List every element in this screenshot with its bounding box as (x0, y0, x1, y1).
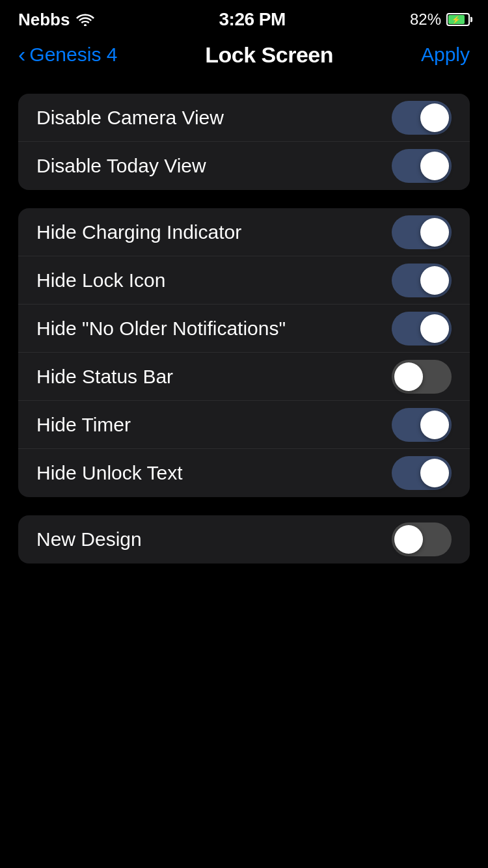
label-disable-camera: Disable Camera View (36, 107, 224, 129)
page-title: Lock Screen (205, 42, 333, 68)
settings-row-disable-camera: Disable Camera View (18, 94, 470, 142)
back-label: Genesis 4 (29, 44, 117, 66)
battery-percentage: 82% (410, 10, 441, 29)
settings-row-hide-lock: Hide Lock Icon (18, 256, 470, 305)
toggle-thumb-hide-notifications (420, 314, 449, 343)
label-hide-lock: Hide Lock Icon (36, 269, 165, 292)
toggle-disable-camera[interactable] (392, 101, 452, 135)
settings-group-group1: Disable Camera ViewDisable Today View (18, 94, 470, 190)
settings-row-hide-unlock: Hide Unlock Text (18, 449, 470, 497)
battery-fill: ⚡ (448, 15, 465, 24)
status-left: Nebbs (18, 10, 94, 30)
chevron-left-icon: ‹ (18, 43, 25, 65)
toggle-track-hide-status-bar (392, 360, 452, 394)
toggle-track-hide-notifications (392, 312, 452, 346)
settings-group-group3: New Design (18, 515, 470, 563)
toggle-hide-timer[interactable] (392, 408, 452, 442)
settings-row-hide-charging: Hide Charging Indicator (18, 208, 470, 256)
battery-bolt: ⚡ (452, 16, 461, 23)
label-hide-notifications: Hide "No Older Notifications" (36, 318, 286, 340)
toggle-track-hide-unlock (392, 456, 452, 490)
wifi-icon (76, 13, 94, 26)
toggle-thumb-new-design (394, 525, 423, 554)
toggle-hide-lock[interactable] (392, 264, 452, 297)
settings-row-hide-timer: Hide Timer (18, 401, 470, 449)
status-time: 3:26 PM (219, 9, 286, 30)
carrier-label: Nebbs (18, 10, 70, 30)
label-disable-today: Disable Today View (36, 155, 206, 177)
toggle-thumb-hide-unlock (420, 459, 449, 487)
toggle-new-design[interactable] (392, 522, 452, 556)
toggle-thumb-hide-charging (420, 218, 449, 247)
status-right: 82% ⚡ (410, 10, 470, 29)
label-hide-unlock: Hide Unlock Text (36, 462, 183, 484)
toggle-track-disable-camera (392, 101, 452, 135)
toggle-track-hide-lock (392, 264, 452, 297)
toggle-track-hide-charging (392, 215, 452, 249)
settings-content: Disable Camera ViewDisable Today ViewHid… (0, 81, 488, 563)
toggle-track-hide-timer (392, 408, 452, 442)
toggle-thumb-hide-lock (420, 266, 449, 295)
back-button[interactable]: ‹ Genesis 4 (18, 44, 117, 66)
toggle-hide-notifications[interactable] (392, 312, 452, 346)
toggle-hide-charging[interactable] (392, 215, 452, 249)
toggle-thumb-hide-status-bar (394, 362, 423, 391)
battery-icon: ⚡ (446, 13, 470, 26)
label-hide-timer: Hide Timer (36, 414, 131, 436)
toggle-thumb-disable-today (420, 152, 449, 180)
toggle-track-disable-today (392, 149, 452, 183)
label-new-design: New Design (36, 528, 142, 550)
toggle-disable-today[interactable] (392, 149, 452, 183)
svg-point-0 (84, 24, 87, 26)
label-hide-charging: Hide Charging Indicator (36, 221, 241, 243)
settings-row-new-design: New Design (18, 515, 470, 563)
label-hide-status-bar: Hide Status Bar (36, 366, 173, 388)
settings-row-disable-today: Disable Today View (18, 142, 470, 190)
settings-row-hide-notifications: Hide "No Older Notifications" (18, 305, 470, 353)
apply-button[interactable]: Apply (421, 44, 470, 66)
settings-row-hide-status-bar: Hide Status Bar (18, 353, 470, 401)
status-bar: Nebbs 3:26 PM 82% ⚡ (0, 0, 488, 35)
settings-group-group2: Hide Charging IndicatorHide Lock IconHid… (18, 208, 470, 497)
toggle-hide-unlock[interactable] (392, 456, 452, 490)
nav-header: ‹ Genesis 4 Lock Screen Apply (0, 35, 488, 81)
toggle-thumb-hide-timer (420, 411, 449, 439)
battery-container: ⚡ (446, 13, 470, 26)
toggle-thumb-disable-camera (420, 103, 449, 132)
toggle-track-new-design (392, 522, 452, 556)
toggle-hide-status-bar[interactable] (392, 360, 452, 394)
